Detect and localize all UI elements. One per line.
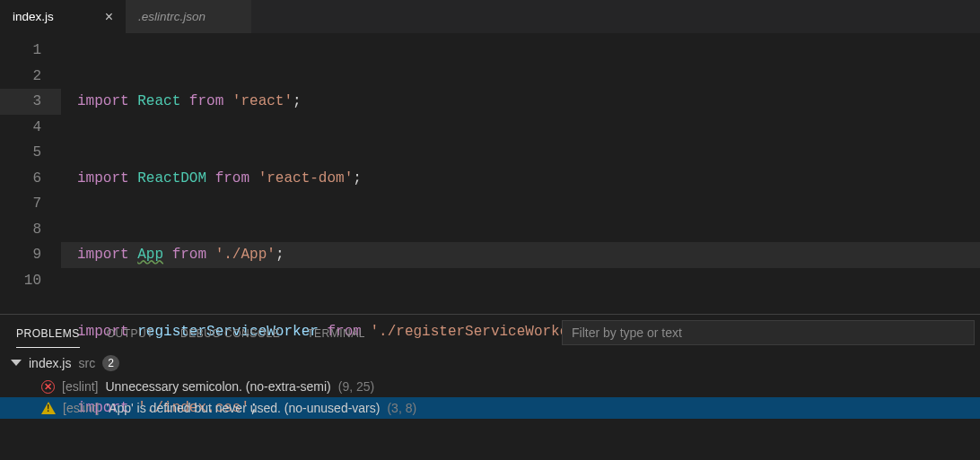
panel-tabs: PROBLEMS OUTPUT DEBUG CONSOLE TERMINAL	[16, 318, 555, 348]
code-content[interactable]: import React from 'react'; import ReactD…	[61, 38, 980, 314]
tab-index-js[interactable]: index.js ×	[0, 0, 126, 33]
filter-placeholder: Filter by type or text	[572, 325, 682, 340]
problems-count-badge: 2	[102, 355, 119, 371]
code-line[interactable]: import React from 'react';	[61, 89, 980, 115]
tab-terminal[interactable]: TERMINAL	[307, 318, 365, 347]
problem-source: [eslint]	[62, 379, 98, 394]
code-line[interactable]: import ReactDOM from 'react-dom';	[61, 166, 980, 192]
warning-icon	[41, 402, 56, 414]
close-icon[interactable]: ×	[87, 9, 113, 25]
problems-file-dir: src	[78, 356, 95, 370]
problem-location: (3, 8)	[387, 401, 416, 415]
line-gutter: 1 2 3 4 5 6 7 8 9 10	[0, 38, 61, 314]
editor-tabs: index.js × .eslintrc.json	[0, 0, 980, 34]
tab-label: index.js	[13, 10, 54, 23]
problem-message: 'App' is defined but never used. (no-unu…	[106, 401, 380, 415]
problem-source: [eslint]	[63, 401, 99, 415]
tab-label: .eslintrc.json	[138, 10, 206, 23]
code-editor[interactable]: 1 2 3 4 5 6 7 8 9 10 import React from '…	[0, 34, 980, 314]
code-line[interactable]: import App from './App';	[61, 242, 980, 268]
error-icon: ✕	[41, 380, 55, 394]
problem-location: (9, 25)	[338, 379, 374, 394]
tab-eslintrc[interactable]: .eslintrc.json	[126, 0, 251, 33]
filter-input[interactable]: Filter by type or text	[562, 320, 975, 345]
tab-problems[interactable]: PROBLEMS	[16, 318, 80, 348]
tab-debug-console[interactable]: DEBUG CONSOLE	[180, 318, 280, 347]
problems-file-name: index.js	[29, 356, 71, 370]
chevron-down-icon[interactable]	[11, 360, 22, 368]
tab-output[interactable]: OUTPUT	[107, 318, 153, 347]
problem-message: Unnecessary semicolon. (no-extra-semi)	[105, 379, 330, 394]
